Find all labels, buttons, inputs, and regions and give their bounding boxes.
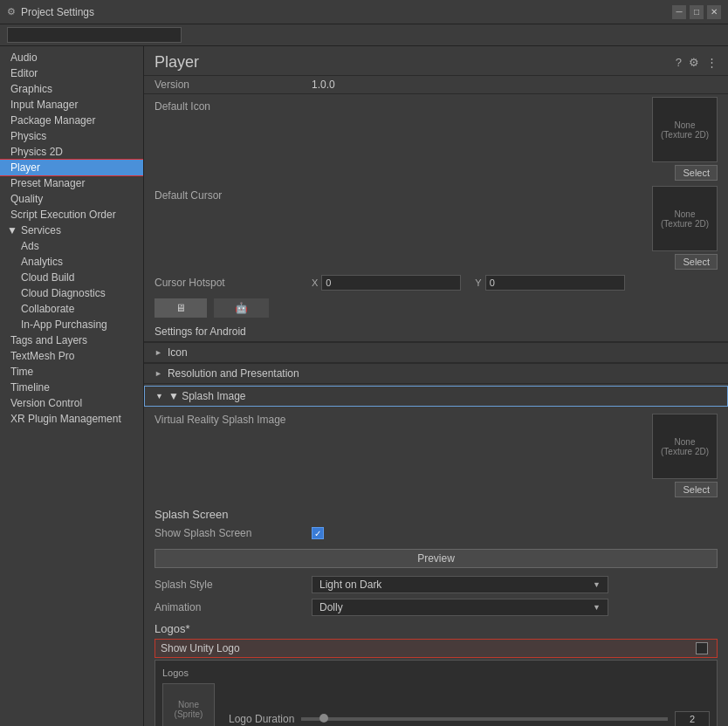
sidebar-item-script-execution-order[interactable]: Script Execution Order <box>0 207 143 223</box>
sidebar-item-audio[interactable]: Audio <box>0 50 143 65</box>
sidebar-item-version-control[interactable]: Version Control <box>0 395 143 411</box>
default-icon-select-button[interactable]: Select <box>675 165 718 181</box>
sidebar-item-preset-manager[interactable]: Preset Manager <box>0 175 143 191</box>
close-button[interactable]: ✕ <box>707 5 721 19</box>
sidebar-item-player[interactable]: Player <box>0 160 143 175</box>
settings-header-icon[interactable]: ⚙ <box>689 56 699 69</box>
vr-splash-texture-label: None (Texture 2D) <box>661 437 709 456</box>
sidebar-item-editor[interactable]: Editor <box>0 65 143 81</box>
splash-style-dropdown[interactable]: Light on Dark ▼ <box>312 576 608 593</box>
default-icon-label: Default Icon <box>155 97 312 113</box>
top-bar <box>0 24 728 46</box>
services-label: Services <box>21 224 61 236</box>
default-cursor-texture: None (Texture 2D) <box>652 186 718 251</box>
sidebar-item-textmesh-pro[interactable]: TextMesh Pro <box>0 348 143 364</box>
content-area: Player ? ⚙ ⋮ Version 1.0.0 Default Icon … <box>144 46 728 726</box>
sidebar-item-tags-and-layers[interactable]: Tags and Layers <box>0 332 143 348</box>
splash-image-section-header[interactable]: ▼ ▼ Splash Image <box>144 386 728 407</box>
version-row: Version 1.0.0 <box>144 76 728 94</box>
player-header: Player ? ⚙ ⋮ <box>144 46 728 76</box>
sidebar-item-services[interactable]: ▼ Services <box>0 223 143 238</box>
default-cursor-texture-section: None (Texture 2D) Select <box>652 186 718 270</box>
show-splash-screen-checkbox[interactable] <box>312 527 324 539</box>
show-splash-screen-row: Show Splash Screen <box>144 523 728 544</box>
default-cursor-label: Default Cursor <box>155 186 312 202</box>
splash-style-label: Splash Style <box>155 579 312 591</box>
sidebar-item-quality[interactable]: Quality <box>0 191 143 207</box>
default-icon-texture-label: None (Texture 2D) <box>661 120 709 140</box>
hotspot-y-label: Y <box>475 277 481 288</box>
hotspot-xy: X Y <box>312 275 718 291</box>
sidebar-item-xr-plugin-management[interactable]: XR Plugin Management <box>0 411 143 427</box>
version-value: 1.0.0 <box>312 79 335 91</box>
logos-box-title: Logos <box>162 668 710 678</box>
sidebar-item-package-manager[interactable]: Package Manager <box>0 113 143 128</box>
sidebar-item-timeline[interactable]: Timeline <box>0 380 143 395</box>
platform-tabs: 🖥 🤖 <box>144 293 728 323</box>
minimize-button[interactable]: ─ <box>672 5 686 19</box>
settings-icon: ⚙ <box>7 6 16 17</box>
search-input[interactable] <box>7 27 182 43</box>
sidebar-item-collaborate[interactable]: Collaborate <box>0 301 143 317</box>
resolution-section-header[interactable]: ► Resolution and Presentation <box>144 363 728 384</box>
resolution-section-title: Resolution and Presentation <box>168 367 299 380</box>
animation-row: Animation Dolly ▼ <box>144 596 728 619</box>
maximize-button[interactable]: □ <box>690 5 704 19</box>
logo-duration-row: Logo Duration <box>229 711 710 726</box>
logo-sprite-section: None (Sprite) Select <box>162 683 215 726</box>
default-icon-texture: None (Texture 2D) <box>652 97 718 162</box>
splash-style-value: Light on Dark <box>319 579 381 591</box>
main-container: Audio Editor Graphics Input Manager Pack… <box>0 46 728 726</box>
vr-splash-select-button[interactable]: Select <box>675 482 718 497</box>
logo-duration-label: Logo Duration <box>229 713 294 725</box>
sidebar-item-cloud-build[interactable]: Cloud Build <box>0 270 143 285</box>
animation-label: Animation <box>155 601 312 613</box>
logos-content: None (Sprite) Select Logo Duration <box>162 683 710 726</box>
default-cursor-select-button[interactable]: Select <box>675 254 718 270</box>
hotspot-x-input[interactable] <box>321 275 461 291</box>
preview-button[interactable]: Preview <box>155 549 718 568</box>
cursor-hotspot-row: Cursor Hotspot X Y <box>144 272 728 293</box>
sidebar-item-physics[interactable]: Physics <box>0 128 143 144</box>
more-icon[interactable]: ⋮ <box>706 56 718 69</box>
logo-duration-handle <box>319 714 328 723</box>
title-bar: ⚙ Project Settings ─ □ ✕ <box>0 0 728 24</box>
show-unity-logo-label: Show Unity Logo <box>161 642 696 654</box>
icon-section-header[interactable]: ► Icon <box>144 342 728 363</box>
hotspot-y-field: Y <box>475 275 624 291</box>
preview-row: Preview <box>144 544 728 573</box>
window-title: Project Settings <box>21 6 672 18</box>
default-icon-row: Default Icon None (Texture 2D) Select <box>144 94 728 183</box>
sidebar-item-ads[interactable]: Ads <box>0 238 143 254</box>
splash-image-title: ▼ Splash Image <box>168 390 246 402</box>
animation-dropdown[interactable]: Dolly ▼ <box>312 599 608 616</box>
sidebar-item-in-app-purchasing[interactable]: In-App Purchasing <box>0 317 143 332</box>
sidebar-item-input-manager[interactable]: Input Manager <box>0 97 143 113</box>
sidebar-item-graphics[interactable]: Graphics <box>0 81 143 97</box>
show-unity-logo-row: Show Unity Logo 如果不显示Unity的logo，不勾选这个 <box>155 639 718 658</box>
android-tab[interactable]: 🤖 <box>214 298 269 318</box>
services-arrow-icon: ▼ <box>7 224 17 236</box>
splash-style-row: Splash Style Light on Dark ▼ <box>144 573 728 596</box>
hotspot-y-input[interactable] <box>485 275 625 291</box>
vr-splash-texture-section: None (Texture 2D) Select <box>515 414 718 497</box>
show-unity-logo-checkbox[interactable] <box>696 642 708 654</box>
standalone-tab[interactable]: 🖥 <box>155 298 207 318</box>
window-controls: ─ □ ✕ <box>672 5 721 19</box>
vr-splash-row: Virtual Reality Splash Image None (Textu… <box>144 408 728 503</box>
logo-duration-slider[interactable] <box>301 717 668 721</box>
help-icon[interactable]: ? <box>676 56 682 69</box>
show-splash-screen-label: Show Splash Screen <box>155 527 312 539</box>
logos-box: Logos None (Sprite) Select Logo Duration <box>155 660 718 726</box>
sidebar-item-analytics[interactable]: Analytics <box>0 254 143 270</box>
icon-section-arrow: ► <box>155 348 162 357</box>
sidebar-item-time[interactable]: Time <box>0 364 143 380</box>
logo-duration-input[interactable] <box>675 711 710 726</box>
icon-section-title: Icon <box>168 346 188 359</box>
sidebar-item-physics-2d[interactable]: Physics 2D <box>0 144 143 160</box>
default-cursor-row: Default Cursor None (Texture 2D) Select <box>144 183 728 272</box>
sidebar-item-cloud-diagnostics[interactable]: Cloud Diagnostics <box>0 285 143 301</box>
sidebar: Audio Editor Graphics Input Manager Pack… <box>0 46 144 726</box>
version-label: Version <box>155 79 312 91</box>
page-title: Player <box>155 53 199 72</box>
